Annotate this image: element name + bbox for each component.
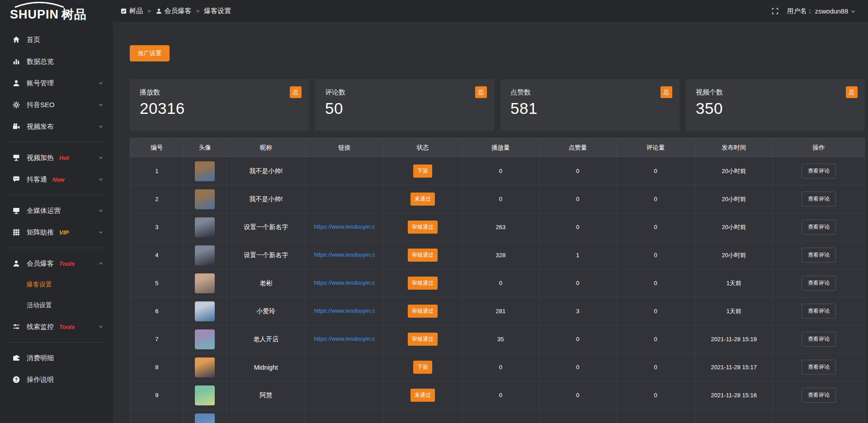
status-cell <box>383 409 462 423</box>
view-comments-button[interactable]: 查看评论 <box>802 248 836 263</box>
sidebar-item-data-overview[interactable]: 数据总览 <box>0 51 113 72</box>
sidebar-item-badge: VIP <box>59 229 69 236</box>
table-row: 2我不是小帅!未通过00020小时前查看评论 <box>130 185 865 213</box>
chevron-down-icon <box>98 102 104 108</box>
video-link[interactable]: https://www.iesdouyin.c <box>314 335 375 342</box>
view-comments-button[interactable]: 查看评论 <box>802 276 836 291</box>
sidebar-item-video-heating[interactable]: 视频加热Hot <box>0 147 113 169</box>
sliders-icon <box>12 322 21 331</box>
video-link[interactable]: https://www.iesdouyin.c <box>314 307 375 314</box>
view-comments-button[interactable]: 查看评论 <box>802 332 836 347</box>
chevron-up-icon <box>98 260 104 267</box>
breadcrumb-label: 树品 <box>129 7 143 15</box>
table-row: 6小爱玲https://www.iesdouyin.c审核通过281301天前查… <box>130 297 865 325</box>
view-comments-button[interactable]: 查看评论 <box>802 360 836 375</box>
sidebar-item-clue-monitor[interactable]: 线索监控Tools <box>0 316 113 338</box>
sidebar-item-label: 矩阵助推 <box>27 228 54 237</box>
column-header: 昵称 <box>226 138 306 157</box>
status-cell: 审核通过 <box>383 325 462 353</box>
status-badge: 未通过 <box>410 193 435 206</box>
comments-cell <box>616 409 695 423</box>
logo-text-cn: 树品 <box>61 8 87 21</box>
plays-cell: 0 <box>462 157 539 185</box>
likes-cell: 0 <box>539 325 617 353</box>
username-label: 用户名： <box>787 7 813 15</box>
screen-icon <box>12 153 21 162</box>
nickname-cell: 设置一个新名字 <box>226 213 306 241</box>
link-cell <box>306 381 383 409</box>
plays-cell <box>462 409 539 423</box>
fullscreen-icon[interactable] <box>771 7 779 15</box>
plays-cell: 0 <box>462 353 539 381</box>
view-comments-button[interactable]: 查看评论 <box>802 388 836 403</box>
avatar <box>195 217 215 237</box>
likes-cell: 0 <box>539 269 617 297</box>
action-cell: 查看评论 <box>773 325 864 353</box>
sidebar-subitem-activity-settings[interactable]: 活动设置 <box>0 295 113 316</box>
view-comments-button[interactable]: 查看评论 <box>802 220 836 235</box>
brand-logo[interactable]: SHUPIN树品 <box>0 0 113 24</box>
status-badge: 审核通过 <box>408 249 438 262</box>
chevron-down-icon <box>850 8 856 14</box>
nickname: 设置一个新名字 <box>244 223 288 230</box>
nickname: 我不是小帅! <box>249 167 283 174</box>
plays-cell: 0 <box>462 269 539 297</box>
sidebar-item-account-management[interactable]: 账号管理 <box>0 72 113 94</box>
sidebar-item-instructions[interactable]: ?操作说明 <box>0 369 113 390</box>
sidebar-divider <box>8 342 105 343</box>
sidebar-item-label: 全媒体运营 <box>27 207 61 215</box>
sidebar-item-matrix-boost[interactable]: 矩阵助推VIP <box>0 221 113 243</box>
sidebar-item-home[interactable]: 首页 <box>0 29 113 51</box>
sidebar-item-douyin-seo[interactable]: 抖音SEO <box>0 94 113 116</box>
video-link[interactable]: https://www.iesdouyin.c <box>314 223 375 230</box>
column-header: 评论量 <box>616 138 695 157</box>
status-badge: 审核通过 <box>408 333 438 346</box>
sidebar-item-consumption-detail[interactable]: 消费明细 <box>0 347 113 369</box>
serial-cell: 9 <box>130 381 184 409</box>
publish-time-cell: 1天前 <box>695 297 773 325</box>
comments-cell: 0 <box>616 353 695 381</box>
sidebar-item-douketong[interactable]: 抖客通New <box>0 169 113 190</box>
table-row: 1我不是小帅!下架00020小时前查看评论 <box>130 157 865 185</box>
avatar <box>195 385 215 405</box>
likes-cell: 0 <box>539 185 617 213</box>
view-comments-button[interactable]: 查看评论 <box>802 192 836 207</box>
action-cell: 查看评论 <box>773 157 864 185</box>
breadcrumb-separator: > <box>196 8 200 14</box>
table-row <box>130 409 865 423</box>
stat-label: 播放数 <box>140 88 299 97</box>
sidebar-item-video-publish[interactable]: 视频发布 <box>0 116 113 137</box>
video-link[interactable]: https://www.iesdouyin.c <box>314 279 375 286</box>
serial-cell <box>130 409 184 423</box>
video-link[interactable]: https://www.iesdouyin.c <box>314 251 375 258</box>
sidebar-item-all-media-ops[interactable]: 全媒体运营 <box>0 200 113 221</box>
plays-cell: 0 <box>462 185 539 213</box>
breadcrumb-item-2[interactable]: 会员爆客 <box>156 7 192 15</box>
publish-time-cell: 1天前 <box>695 269 773 297</box>
stat-card: 视频个数350总 <box>686 79 865 131</box>
serial-cell: 2 <box>130 185 184 213</box>
username: zswodun88 <box>815 8 848 15</box>
stat-card: 评论数50总 <box>315 79 494 131</box>
sidebar-item-member-baoke[interactable]: 会员爆客Tools <box>0 253 113 274</box>
serial-cell: 5 <box>130 269 184 297</box>
view-comments-button[interactable]: 查看评论 <box>802 164 836 179</box>
sidebar-item-label: 数据总览 <box>27 57 54 66</box>
likes-cell: 0 <box>539 213 617 241</box>
comments-cell: 0 <box>616 381 695 409</box>
nickname: 小爱玲 <box>256 307 275 315</box>
plays-cell: 263 <box>462 213 539 241</box>
sidebar-subitem-baoke-settings[interactable]: 爆客设置 <box>0 274 113 295</box>
promo-settings-button[interactable]: 推广设置 <box>130 45 170 61</box>
breadcrumb-item-1[interactable]: 树品 <box>120 7 143 15</box>
view-comments-button[interactable]: 查看评论 <box>802 304 836 319</box>
avatar-cell <box>184 381 226 409</box>
stat-value: 581 <box>510 99 670 118</box>
sidebar-item-badge: Tools <box>59 324 75 330</box>
column-header: 发布时间 <box>695 138 773 157</box>
user-menu[interactable]: 用户名：zswodun88 <box>787 7 856 15</box>
avatar <box>195 357 215 377</box>
avatar <box>195 161 215 181</box>
sidebar-item-badge: Hot <box>59 155 69 161</box>
stat-value: 50 <box>325 99 484 118</box>
